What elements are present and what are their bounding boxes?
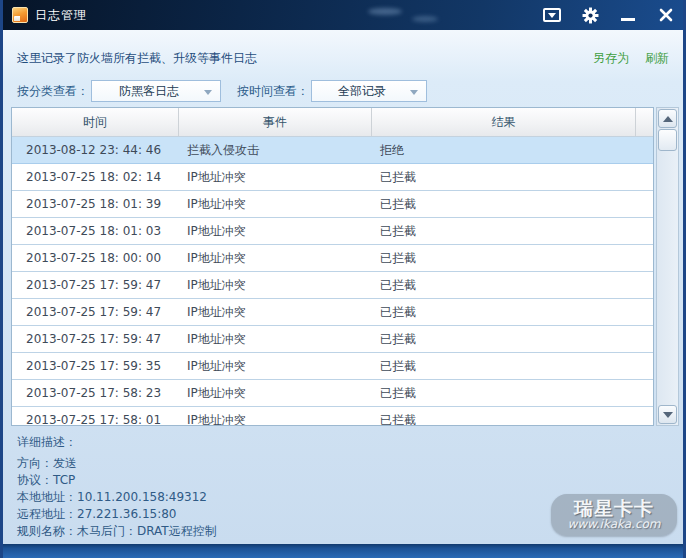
- table-row[interactable]: 2013-07-25 17: 59: 47 IP地址冲突 已拦截: [12, 272, 653, 299]
- log-result-cell: 已拦截: [372, 353, 653, 379]
- table-row[interactable]: 2013-07-25 18: 01: 39 IP地址冲突 已拦截: [12, 191, 653, 218]
- scrollbar-track[interactable]: [657, 151, 678, 404]
- log-time-cell: 2013-07-25 17: 59: 47: [12, 299, 179, 325]
- chevron-down-box-icon: [543, 8, 561, 22]
- window-menu-button[interactable]: [540, 4, 564, 26]
- gear-icon: [582, 7, 599, 24]
- detail-direction: 方向：发送: [17, 455, 683, 472]
- log-time-cell: 2013-07-25 18: 01: 03: [12, 218, 179, 244]
- brand-watermark: 瑞星卡卡 www.ikaka.com: [551, 494, 677, 536]
- log-book-icon: [12, 7, 28, 23]
- scrollbar-thumb[interactable]: [658, 129, 677, 151]
- table-row[interactable]: 2013-07-25 18: 01: 03 IP地址冲突 已拦截: [12, 218, 653, 245]
- titlebar: 日志管理: [0, 0, 686, 30]
- log-time-cell: 2013-07-25 17: 58: 01: [12, 407, 179, 425]
- table-row[interactable]: 2013-07-25 17: 59: 47 IP地址冲突 已拦截: [12, 299, 653, 326]
- log-event-cell: 拦截入侵攻击: [179, 137, 372, 163]
- log-result-cell: 已拦截: [372, 245, 653, 271]
- category-filter-label: 按分类查看：: [17, 83, 89, 100]
- column-header-result[interactable]: 结果: [372, 108, 636, 136]
- window-bottom-bar: [0, 544, 686, 558]
- table-row[interactable]: 2013-07-25 18: 00: 00 IP地址冲突 已拦截: [12, 245, 653, 272]
- log-event-cell: IP地址冲突: [179, 353, 372, 379]
- log-result-cell: 已拦截: [372, 380, 653, 406]
- log-event-cell: IP地址冲突: [179, 272, 372, 298]
- minimize-button[interactable]: [616, 4, 640, 26]
- log-result-cell: 已拦截: [372, 191, 653, 217]
- column-header-event[interactable]: 事件: [179, 108, 372, 136]
- brand-url: www.ikaka.com: [567, 518, 660, 531]
- arrow-down-icon: [663, 412, 673, 418]
- log-event-cell: IP地址冲突: [179, 164, 372, 190]
- log-time-cell: 2013-07-25 18: 02: 14: [12, 164, 179, 190]
- titlebar-cloud-decoration: [412, 16, 438, 22]
- table-row[interactable]: 2013-07-25 17: 59: 35 IP地址冲突 已拦截: [12, 353, 653, 380]
- log-result-cell: 已拦截: [372, 407, 653, 425]
- log-time-cell: 2013-07-25 17: 59: 47: [12, 326, 179, 352]
- log-table: 时间 事件 结果 2013-08-12 23: 44: 46 拦截入侵攻击 拒绝…: [11, 107, 654, 426]
- table-header: 时间 事件 结果: [12, 108, 653, 137]
- log-manager-window: 日志管理: [0, 0, 686, 558]
- settings-button[interactable]: [578, 4, 602, 26]
- close-icon: [659, 8, 673, 22]
- table-row[interactable]: 2013-07-25 18: 02: 14 IP地址冲突 已拦截: [12, 164, 653, 191]
- time-filter-label: 按时间查看：: [237, 83, 309, 100]
- log-event-cell: IP地址冲突: [179, 299, 372, 325]
- table-row[interactable]: 2013-07-25 17: 58: 01 IP地址冲突 已拦截: [12, 407, 653, 425]
- detail-protocol: 协议：TCP: [17, 472, 683, 489]
- log-time-cell: 2013-07-25 17: 58: 23: [12, 380, 179, 406]
- log-event-cell: IP地址冲突: [179, 245, 372, 271]
- log-event-cell: IP地址冲突: [179, 191, 372, 217]
- scroll-down-button[interactable]: [658, 405, 677, 424]
- log-result-cell: 已拦截: [372, 272, 653, 298]
- window-title: 日志管理: [35, 7, 87, 24]
- log-event-cell: IP地址冲突: [179, 407, 372, 425]
- vertical-scrollbar[interactable]: [656, 107, 679, 426]
- log-result-cell: 已拦截: [372, 218, 653, 244]
- log-time-cell: 2013-07-25 18: 01: 39: [12, 191, 179, 217]
- log-result-cell: 拒绝: [372, 137, 653, 163]
- arrow-up-icon: [663, 116, 673, 122]
- table-row[interactable]: 2013-07-25 17: 59: 47 IP地址冲突 已拦截: [12, 326, 653, 353]
- chevron-down-icon: [410, 90, 418, 95]
- brand-name: 瑞星卡卡: [574, 499, 654, 518]
- log-time-cell: 2013-07-25 18: 00: 00: [12, 245, 179, 271]
- table-row[interactable]: 2013-07-25 17: 58: 23 IP地址冲突 已拦截: [12, 380, 653, 407]
- log-result-cell: 已拦截: [372, 326, 653, 352]
- page-description: 这里记录了防火墙所有拦截、升级等事件日志: [17, 50, 257, 67]
- log-result-cell: 已拦截: [372, 164, 653, 190]
- time-dropdown[interactable]: 全部记录: [311, 80, 427, 102]
- table-row[interactable]: 2013-08-12 23: 44: 46 拦截入侵攻击 拒绝: [12, 137, 653, 164]
- log-time-cell: 2013-07-25 17: 59: 47: [12, 272, 179, 298]
- time-dropdown-value: 全部记录: [338, 83, 400, 100]
- close-button[interactable]: [654, 4, 678, 26]
- log-event-cell: IP地址冲突: [179, 218, 372, 244]
- scroll-up-button[interactable]: [658, 109, 677, 128]
- minimize-icon: [621, 18, 635, 21]
- content-area: 这里记录了防火墙所有拦截、升级等事件日志 另存为 刷新 按分类查看： 防黑客日志…: [3, 30, 683, 544]
- log-table-body: 2013-08-12 23: 44: 46 拦截入侵攻击 拒绝 2013-07-…: [12, 137, 653, 425]
- chevron-down-icon: [204, 90, 212, 95]
- refresh-link[interactable]: 刷新: [645, 50, 669, 67]
- titlebar-cloud-decoration: [368, 8, 402, 15]
- log-event-cell: IP地址冲突: [179, 326, 372, 352]
- log-event-cell: IP地址冲突: [179, 380, 372, 406]
- category-dropdown-value: 防黑客日志: [119, 83, 193, 100]
- log-time-cell: 2013-07-25 17: 59: 35: [12, 353, 179, 379]
- column-header-time[interactable]: 时间: [12, 108, 179, 136]
- save-as-link[interactable]: 另存为: [593, 50, 629, 67]
- category-dropdown[interactable]: 防黑客日志: [91, 80, 221, 102]
- column-header-filler: [636, 108, 653, 136]
- log-time-cell: 2013-08-12 23: 44: 46: [12, 137, 179, 163]
- details-label: 详细描述：: [17, 434, 683, 451]
- log-result-cell: 已拦截: [372, 299, 653, 325]
